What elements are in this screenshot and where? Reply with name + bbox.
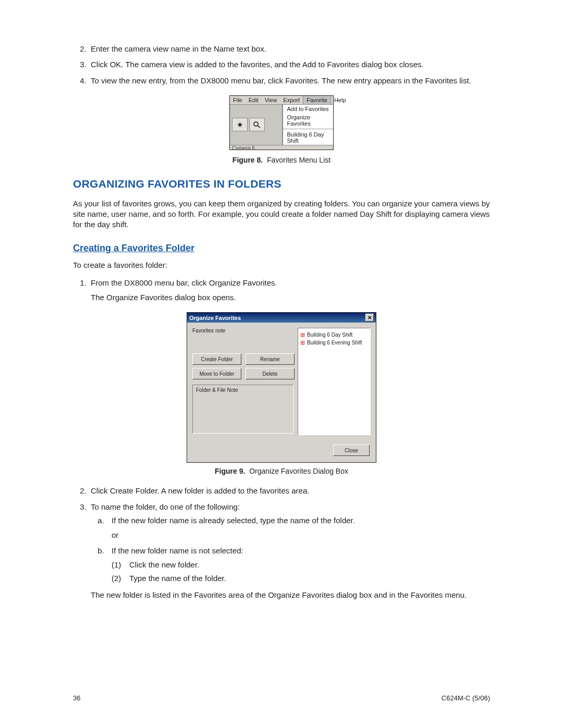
figure9-caption-prefix: Figure 9. — [215, 467, 245, 475]
step-2: Enter the camera view name in the Name t… — [89, 44, 490, 54]
paren-marker: (1) — [112, 560, 129, 570]
numbered-list-bottom: Click Create Folder. A new folder is add… — [73, 486, 490, 600]
svg-line-1 — [258, 126, 260, 128]
dd-organize-favorites[interactable]: Organize Favorites — [283, 113, 334, 128]
step-b3: To name the folder, do one of the follow… — [89, 502, 490, 601]
step-b3-text: To name the folder, do one of the follow… — [91, 502, 240, 511]
dd-add-favorites[interactable]: Add to Favorites — [283, 105, 334, 113]
figure-8: File Edit View Export Favorite Help ★ Ad… — [73, 95, 490, 164]
figure8-caption-text: Favorites Menu List — [267, 156, 331, 164]
paren-marker: (2) — [112, 573, 129, 584]
dd-building6[interactable]: Building 6 Day Shift — [283, 130, 334, 145]
tree-item-label: Building 6 Day Shift — [307, 332, 352, 338]
person-icon[interactable]: ★ — [232, 118, 248, 131]
dialog-title: Organize Favorites — [189, 315, 241, 321]
tab-strip: Camera 6 — [230, 145, 333, 150]
toolbar: ★ — [230, 105, 283, 145]
organize-favorites-dialog: Organize Favorites ✕ Favorites note Crea… — [187, 312, 376, 463]
para-create-intro: To create a favorites folder: — [73, 260, 490, 270]
tree-item[interactable]: ⊞ Building 6 Evening Shift — [300, 339, 368, 346]
menu-view[interactable]: View — [262, 96, 280, 104]
figure8-caption: Figure 8. Favorites Menu List — [73, 156, 490, 164]
numbered-list-top: Enter the camera view name in the Name t… — [73, 44, 490, 86]
step-b-tail: The new folder is listed in the Favorite… — [91, 590, 490, 600]
favorites-tree[interactable]: ⊞ Building 6 Day Shift ⊞ Building 6 Even… — [298, 328, 371, 435]
heading-organizing: ORGANIZING FAVORITES IN FOLDERS — [73, 178, 490, 190]
step-b3b-1-text: Click the new folder. — [129, 560, 199, 570]
step-b3b-text: If the new folder name is not selected: — [112, 546, 243, 555]
step-b3b: If the new folder name is not selected: … — [106, 546, 490, 584]
delete-button[interactable]: Delete — [246, 368, 295, 379]
menubar: File Edit View Export Favorite Help — [230, 96, 333, 105]
create-folder-button[interactable]: Create Folder — [192, 353, 241, 365]
grid-icon: ⊞ — [300, 339, 305, 346]
file-note-box: Folder & File Note — [192, 385, 293, 434]
label-favnote: Favorites note — [192, 328, 293, 334]
move-button[interactable]: Move to Folder — [192, 368, 241, 379]
figure8-caption-prefix: Figure 8. — [232, 156, 263, 164]
page-number: 36 — [73, 694, 80, 702]
step-mid-1-sub: The Organize Favorites dialog box opens. — [91, 292, 490, 303]
step-b3b-1: (1) Click the new folder. — [112, 560, 490, 570]
step-b2: Click Create Folder. A new folder is add… — [89, 486, 490, 496]
step-mid-1: From the DX8000 menu bar, click Organize… — [89, 278, 490, 303]
close-icon[interactable]: ✕ — [365, 314, 374, 322]
menu-edit[interactable]: Edit — [246, 96, 262, 104]
rename-button[interactable]: Rename — [246, 353, 295, 365]
figure9-caption-text: Organize Favorites Dialog Box — [249, 467, 348, 475]
close-button[interactable]: Close — [333, 445, 370, 456]
dialog-titlebar: Organize Favorites ✕ — [187, 313, 376, 323]
label-filenote: Folder & File Note — [196, 387, 238, 393]
grid-icon: ⊞ — [300, 331, 305, 338]
tree-item-label: Building 6 Evening Shift — [307, 340, 362, 346]
figure-9: Organize Favorites ✕ Favorites note Crea… — [73, 312, 490, 475]
doc-id: C624M-C (5/06) — [442, 694, 490, 702]
step-b3b-2-text: Type the name of the folder. — [129, 573, 226, 584]
page-footer: 36 C624M-C (5/06) — [73, 694, 490, 702]
tree-item[interactable]: ⊞ Building 6 Day Shift — [300, 331, 368, 338]
step-4: To view the new entry, from the DX8000 m… — [89, 76, 490, 86]
step-b3a: If the new folder name is already select… — [106, 515, 490, 541]
menu-favorite[interactable]: Favorite — [303, 96, 331, 104]
menu-help[interactable]: Help — [331, 96, 349, 104]
step-b3b-2: (2) Type the name of the folder. — [112, 573, 490, 584]
search-icon[interactable] — [249, 118, 265, 131]
svg-point-0 — [254, 122, 258, 126]
step-3: Click OK. The camera view is added to th… — [89, 59, 490, 70]
para-organizing: As your list of favorites grows, you can… — [73, 199, 490, 230]
favorites-menu-mock: File Edit View Export Favorite Help ★ Ad… — [229, 95, 334, 150]
menu-file[interactable]: File — [230, 96, 246, 104]
favorites-dropdown: Add to Favorites Organize Favorites Buil… — [283, 105, 334, 145]
step-b3a-text: If the new folder name is already select… — [112, 516, 355, 525]
menu-export[interactable]: Export — [280, 96, 303, 104]
step-b3a-or: or — [112, 530, 490, 540]
figure9-caption: Figure 9. Organize Favorites Dialog Box — [73, 467, 490, 475]
step-mid-1-text: From the DX8000 menu bar, click Organize… — [91, 278, 277, 287]
numbered-list-mid: From the DX8000 menu bar, click Organize… — [73, 278, 490, 303]
heading-creating: Creating a Favorites Folder — [73, 243, 490, 254]
